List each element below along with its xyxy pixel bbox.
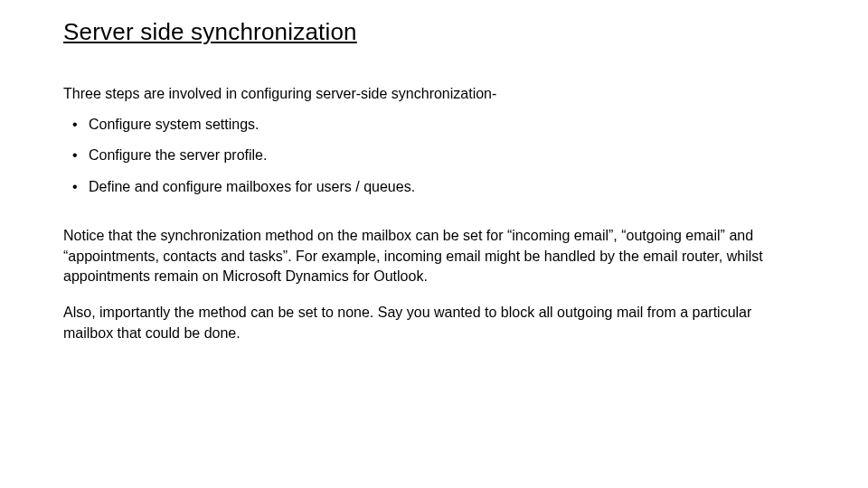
slide: Server side synchronization Three steps … bbox=[0, 0, 868, 488]
list-item: Configure system settings. bbox=[63, 115, 805, 135]
list-item: Configure the server profile. bbox=[63, 145, 805, 165]
paragraph-2: Also, importantly the method can be set … bbox=[63, 303, 805, 343]
paragraph-1: Notice that the synchronization method o… bbox=[63, 226, 805, 286]
intro-text: Three steps are involved in configuring … bbox=[63, 86, 805, 102]
bullet-list: Configure system settings. Configure the… bbox=[63, 115, 805, 197]
list-item: Define and configure mailboxes for users… bbox=[63, 177, 805, 197]
page-title: Server side synchronization bbox=[63, 18, 805, 46]
